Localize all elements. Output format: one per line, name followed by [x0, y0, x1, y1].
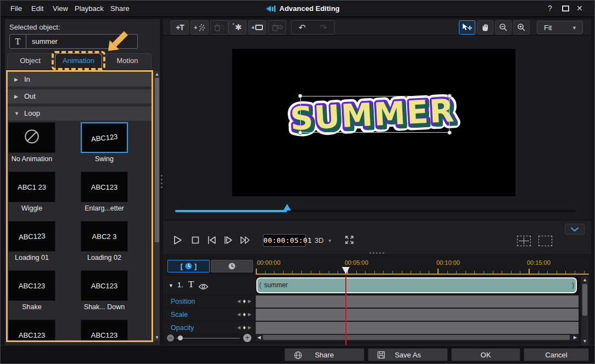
3d-mode-dropdown[interactable]: 3D — [315, 236, 324, 244]
clip-trim-right-handle[interactable]: ) — [572, 281, 574, 289]
timeline-clip-summer[interactable]: ( summer ) — [256, 277, 577, 293]
object-name-value[interactable]: summer — [32, 35, 58, 48]
animation-item-loading-02[interactable]: ABC2 3 — [81, 221, 128, 252]
section-loop[interactable]: ▼ Loop — [8, 106, 151, 121]
play-button[interactable] — [173, 235, 183, 247]
add-particle-button[interactable]: + — [190, 20, 209, 35]
selection-handle-top-left[interactable] — [298, 94, 302, 98]
animation-item-no-animation[interactable] — [8, 122, 55, 153]
fit-zoom-dropdown[interactable]: Fit ▼ — [537, 21, 583, 34]
footer-bar: Share Save As OK Cancel — [1, 345, 595, 364]
scrollbar-thumb[interactable] — [263, 335, 570, 340]
scale-keyframe-lane[interactable] — [256, 309, 579, 321]
next-keyframe-icon[interactable]: ▶ — [248, 312, 251, 317]
opacity-keyframe-lane[interactable] — [256, 322, 579, 334]
chevron-down-icon[interactable]: ▼ — [328, 238, 332, 243]
timeline-horizontal-scrollbar[interactable]: ◀ ▶ — [256, 334, 579, 341]
position-keyframe-lane[interactable] — [256, 295, 579, 308]
previous-keyframe-icon[interactable]: ◀ — [237, 299, 240, 304]
fullscreen-button[interactable] — [344, 235, 355, 247]
animation-item-loading-01[interactable]: ABC123 — [8, 221, 55, 252]
next-keyframe-icon[interactable]: ▶ — [248, 325, 251, 330]
clip-trim-left-handle[interactable]: ( — [259, 281, 261, 289]
animation-item-shake-down[interactable]: ABC123 — [81, 270, 128, 301]
select-move-tool-button[interactable] — [459, 20, 475, 35]
scroll-up-icon[interactable]: ▲ — [581, 277, 588, 282]
scroll-up-icon[interactable]: ▲ — [154, 72, 160, 77]
menu-edit[interactable]: Edit — [31, 4, 43, 13]
help-button[interactable]: ? — [548, 4, 552, 13]
selection-bounding-box[interactable] — [300, 96, 450, 133]
ok-button[interactable]: OK — [451, 348, 520, 361]
timeline-zoom-slider-handle[interactable] — [178, 335, 183, 340]
selected-object-label: Selected object: — [9, 23, 60, 31]
next-keyframe-icon[interactable]: ▶ — [248, 299, 251, 304]
trash-frame-icon — [272, 23, 283, 32]
section-in[interactable]: ▶ In — [8, 72, 151, 87]
previous-keyframe-icon[interactable]: ◀ — [237, 325, 240, 330]
add-keyframe-icon[interactable]: ♦ — [243, 298, 246, 304]
fast-forward-button[interactable] — [240, 235, 251, 247]
save-as-button[interactable]: Save As — [368, 348, 448, 361]
scroll-left-icon[interactable]: ◀ — [257, 335, 261, 340]
track-visibility-eye-icon[interactable] — [198, 282, 209, 292]
animation-item-shake[interactable]: ABC123 — [8, 270, 55, 301]
scrollbar-thumb[interactable] — [155, 78, 159, 242]
maximize-button[interactable] — [562, 5, 569, 12]
playhead-handle[interactable] — [342, 267, 350, 274]
tab-motion[interactable]: Motion — [103, 53, 151, 69]
seek-slider-handle[interactable] — [283, 204, 291, 211]
scrollbar-thumb[interactable] — [582, 284, 587, 316]
menu-file[interactable]: File — [10, 4, 22, 13]
selection-handle-bottom-left[interactable] — [298, 130, 302, 135]
scroll-down-icon[interactable]: ▼ — [154, 335, 160, 340]
timeline-ruler[interactable]: 00:00:00 00:05:00 00:10:00 00:15:00 — [256, 258, 589, 275]
scroll-right-icon[interactable]: ▶ — [574, 335, 577, 340]
previous-keyframe-icon[interactable]: ◀ — [237, 312, 240, 317]
timeline-zoom-in-button[interactable]: + — [243, 334, 251, 342]
animation-item[interactable]: ABC123 — [8, 320, 55, 342]
hand-tool-button[interactable] — [477, 20, 493, 35]
menu-bar: File Edit View Playback Share Advanced E… — [1, 1, 595, 17]
selection-handle-top-right[interactable] — [447, 94, 452, 98]
preview-seek-slider[interactable] — [175, 210, 576, 212]
close-button[interactable]: ✕ — [576, 4, 583, 13]
animation-item-enlarge-letter[interactable]: ABC123 — [81, 172, 128, 202]
scroll-down-icon[interactable]: ▼ — [581, 339, 588, 344]
animation-item[interactable]: ABC123 — [81, 320, 128, 342]
cancel-button[interactable]: Cancel — [524, 348, 589, 361]
stop-button[interactable] — [192, 236, 199, 246]
timeline-zoom-slider[interactable] — [176, 338, 240, 339]
panel-splitter-handle[interactable] — [161, 173, 162, 190]
undo-icon[interactable]: ↶ — [299, 22, 306, 33]
next-frame-button[interactable] — [223, 235, 233, 247]
timeline-vertical-scrollbar[interactable]: ▲ ▼ — [581, 276, 588, 345]
previous-frame-button[interactable] — [207, 235, 217, 247]
grid-lines-button[interactable] — [538, 236, 552, 246]
tab-object[interactable]: Object — [7, 53, 53, 69]
menu-playback[interactable]: Playback — [75, 4, 104, 13]
add-text-button[interactable]: +T — [171, 20, 189, 35]
selection-handle-bottom-right[interactable] — [447, 130, 452, 135]
add-frame-button[interactable]: + — [248, 20, 266, 35]
section-out[interactable]: ▶ Out — [8, 89, 151, 104]
collapse-panel-button[interactable] — [565, 224, 585, 235]
timeline-zoom-out-button[interactable]: − — [167, 334, 174, 342]
add-keyframe-icon[interactable]: ♦ — [243, 324, 246, 331]
share-button[interactable]: Share — [284, 348, 364, 361]
zoom-in-tool-button[interactable] — [513, 20, 530, 35]
menu-share[interactable]: Share — [110, 4, 130, 13]
animation-item-swing[interactable]: ABC123 — [81, 122, 128, 153]
tab-animation[interactable]: Animation — [55, 53, 102, 69]
add-keyframe-icon[interactable]: ♦ — [243, 311, 246, 317]
insert-effect-button[interactable]: * ✱ — [228, 20, 246, 35]
animation-list-scrollbar[interactable]: ▲ ▼ — [154, 71, 160, 341]
menu-view[interactable]: View — [53, 4, 68, 13]
movie-time-toggle[interactable] — [211, 260, 253, 272]
animation-item-wiggle[interactable]: ABC1 23 — [8, 172, 55, 202]
tv-safe-zone-button[interactable] — [517, 236, 531, 246]
timecode-display[interactable]: 00:00:05:01 — [263, 234, 306, 247]
track-collapse-icon[interactable]: ▼ — [169, 283, 173, 288]
clip-time-toggle[interactable]: [ ] — [167, 260, 210, 272]
zoom-out-tool-button[interactable] — [495, 20, 512, 35]
